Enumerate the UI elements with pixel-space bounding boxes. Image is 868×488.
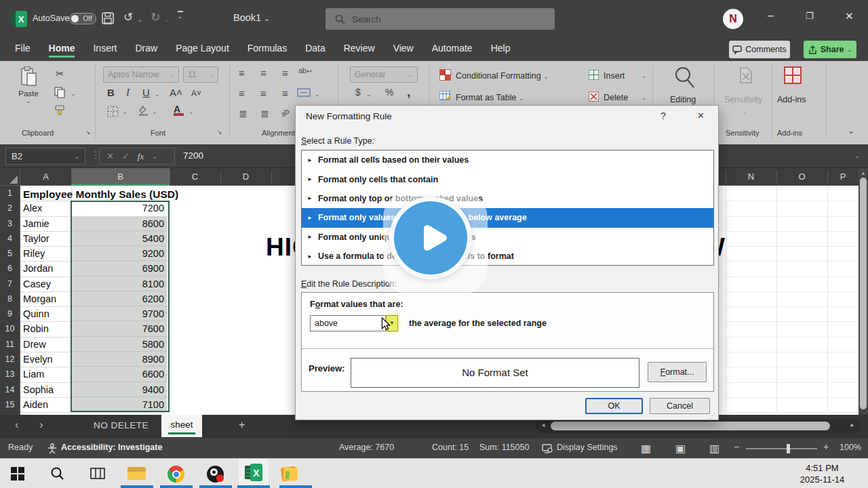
cancel-button[interactable]: Cancel [650,398,710,414]
rule-option-3[interactable]: ►Format only values that are above or be… [302,208,713,227]
column-header-O[interactable]: O [776,168,827,186]
rule-option-4[interactable]: ►Format only unique or duplicate values [302,228,713,247]
merge-center-icon[interactable] [297,88,311,97]
minimize-button[interactable]: – [768,9,774,22]
restore-button[interactable]: ❐ [806,11,814,21]
copy-dropdown-icon[interactable]: ⌄ [71,90,76,97]
font-name-select[interactable]: Aptos Narrow⌄ [103,66,179,83]
account-avatar[interactable]: N [723,9,743,29]
formula-bar-expand-icon[interactable]: ⌄ [854,152,860,159]
formula-input[interactable]: 7200 [183,150,203,161]
addins-icon[interactable] [784,66,802,84]
normal-view-icon[interactable]: ▦ [641,442,651,455]
add-sheet-button[interactable]: + [239,419,245,431]
copy-icon[interactable] [54,87,65,98]
scroll-left-icon[interactable]: ◄ [540,422,546,428]
font-color-icon[interactable]: A [174,104,184,116]
dialog-close-button[interactable]: ✕ [697,110,705,121]
row-header-13[interactable]: 13 [0,367,20,382]
insert-dropdown-icon[interactable]: ⌄ [642,73,647,79]
row-header-6[interactable]: 6 [0,261,20,276]
font-size-select[interactable]: 11⌄ [183,66,218,83]
zoom-slider-thumb[interactable] [787,444,790,453]
row-header-9[interactable]: 9 [0,306,20,321]
align-top-icon[interactable]: ≡ [239,68,245,78]
rule-option-1[interactable]: ►Format only cells that contain [302,169,713,188]
delete-dropdown-icon[interactable]: ⌄ [642,94,647,101]
zoom-level[interactable]: 100% [840,443,861,452]
row-header-2[interactable]: 2 [0,201,20,216]
decrease-font-icon[interactable]: A˅ [191,89,201,98]
borders-dropdown-icon[interactable]: ⌄ [122,108,127,115]
zoom-out-button[interactable]: − [734,441,739,452]
obs-icon[interactable] [207,466,224,483]
row-header-4[interactable]: 4 [0,231,20,246]
page-layout-view-icon[interactable]: ▣ [675,442,686,455]
undo-dropdown-icon[interactable]: ⌄ [138,16,143,23]
italic-button[interactable]: I [126,87,130,98]
align-bottom-icon[interactable]: ≡ [282,68,288,78]
ok-button[interactable]: OK [585,398,643,414]
row-header-8[interactable]: 8 [0,291,20,306]
rule-option-5[interactable]: ►Use a formula to determine which cells … [302,247,713,266]
editing-icon[interactable] [673,65,696,89]
row-header-1[interactable]: 1 [0,186,20,201]
sheet-tab-sheet[interactable]: sheet [161,415,202,437]
menu-tab-insert[interactable]: Insert [93,38,117,58]
prev-sheet-icon[interactable]: ‹ [15,418,19,432]
row-header-7[interactable]: 7 [0,277,20,291]
cell-A1-title[interactable]: Employee Monthly Sales (USD) [23,188,178,201]
excel-taskbar-tile[interactable]: X [239,459,269,485]
select-all-button[interactable] [0,168,20,186]
currency-icon[interactable]: $ [355,87,361,98]
row-header-10[interactable]: 10 [0,321,20,336]
font-color-dropdown-icon[interactable]: ⌄ [189,108,194,115]
accessibility-status[interactable]: Accessibility: Investigate [61,443,162,452]
column-header-B[interactable]: B [71,168,170,186]
page-break-view-icon[interactable]: ▥ [709,442,719,455]
menu-tab-automate[interactable]: Automate [432,38,473,58]
fill-color-icon[interactable] [137,104,149,117]
menu-tab-data[interactable]: Data [305,38,326,58]
menu-tab-file[interactable]: File [15,38,31,58]
align-left-icon[interactable]: ≡ [239,88,245,98]
next-sheet-icon[interactable]: › [39,418,43,432]
bold-button[interactable]: B [107,87,115,98]
delete-button[interactable]: Delete [604,93,628,102]
rule-option-2[interactable]: ►Format only top or bottom ranked values [302,189,713,208]
column-header-C[interactable]: C [170,168,220,186]
vertical-scroll-thumb[interactable] [860,178,867,409]
task-view-icon[interactable] [90,468,105,479]
close-button[interactable]: ✕ [845,10,854,22]
insert-button[interactable]: Insert [604,71,625,81]
menu-tab-formulas[interactable]: Formulas [248,38,287,58]
taskbar-search-icon[interactable] [50,466,64,481]
undo-icon[interactable]: ↺ [123,10,133,24]
scroll-right-icon[interactable]: ► [850,422,855,428]
orientation-icon[interactable]: ab [279,107,291,119]
borders-icon[interactable] [107,106,119,117]
row-header-15[interactable]: 15 [0,397,20,412]
percent-icon[interactable]: % [385,87,393,98]
resize-grip-icon[interactable]: ⋰ [709,412,716,420]
clipboard-launcher-icon[interactable]: ↘ [85,129,91,136]
row-header-5[interactable]: 5 [0,246,20,261]
comma-style-icon[interactable]: , [407,84,411,100]
display-settings-button[interactable]: Display Settings [557,443,618,452]
menu-tab-help[interactable]: Help [491,38,511,58]
name-box[interactable]: B2 ⌄ [5,148,85,165]
play-button[interactable] [389,197,472,279]
editing-label[interactable]: Editing [670,95,696,104]
sheet-tab-no-delete[interactable]: NO DELETE [94,420,149,430]
font-launcher-icon[interactable]: ↘ [217,129,222,136]
start-button-icon[interactable] [11,467,24,481]
condition-select[interactable]: above [310,315,386,331]
column-header-N[interactable]: N [726,168,776,186]
zoom-in-button[interactable]: + [823,441,829,452]
wrap-text-icon[interactable]: ab↩ [298,66,312,75]
format-as-table-button[interactable]: Format as Table ⌄ [456,93,524,102]
align-center-icon[interactable]: ≡ [260,88,267,98]
addins-label[interactable]: Add-ins [777,95,806,104]
merge-dropdown-icon[interactable]: ⌄ [315,91,320,98]
chrome-icon[interactable] [167,466,184,483]
